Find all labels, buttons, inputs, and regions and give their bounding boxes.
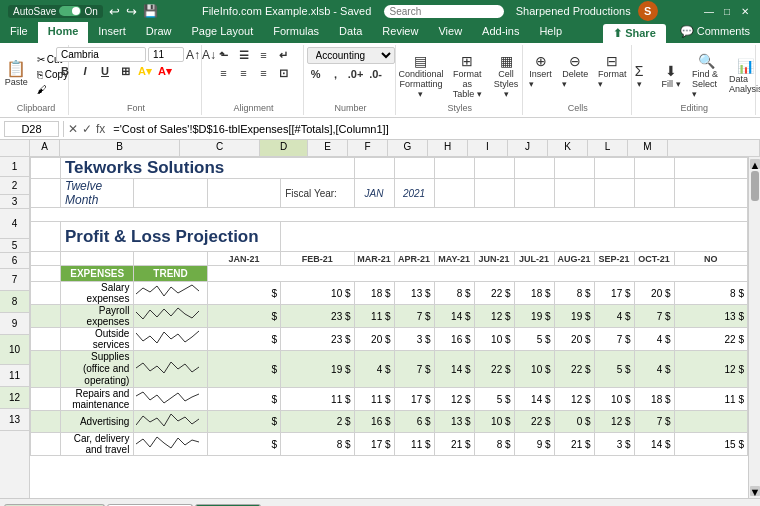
cell-i11-val[interactable]: 5 $ bbox=[474, 388, 514, 411]
cell-b9-label[interactable]: Outside services bbox=[61, 328, 134, 351]
autosave-badge[interactable]: AutoSave On bbox=[8, 5, 103, 18]
wrap-text-button[interactable]: ↵ bbox=[275, 47, 293, 63]
minimize-button[interactable]: — bbox=[702, 4, 716, 18]
increase-decimal-button[interactable]: .0+ bbox=[347, 66, 365, 82]
cell-c10-spark[interactable] bbox=[134, 351, 207, 388]
close-button[interactable]: ✕ bbox=[738, 4, 752, 18]
cell-f9-val[interactable]: 20 $ bbox=[354, 328, 394, 351]
cell-j12-val[interactable]: 22 $ bbox=[514, 411, 554, 433]
cell-c2[interactable] bbox=[134, 179, 207, 208]
cell-j2[interactable] bbox=[514, 179, 554, 208]
cell-m8-val[interactable]: 7 $ bbox=[634, 305, 674, 328]
cell-a11[interactable] bbox=[31, 388, 61, 411]
cell-h10-val[interactable]: 14 $ bbox=[434, 351, 474, 388]
formula-input[interactable] bbox=[109, 123, 756, 135]
tab-help[interactable]: Help bbox=[529, 22, 572, 43]
cell-styles-button[interactable]: ▦ CellStyles ▾ bbox=[489, 51, 523, 101]
cell-f13-val[interactable]: 17 $ bbox=[354, 433, 394, 456]
cell-f1[interactable] bbox=[354, 158, 394, 179]
row-header-2[interactable]: 2 bbox=[0, 177, 29, 195]
cell-f7-val[interactable]: 18 $ bbox=[354, 282, 394, 305]
vertical-scrollbar[interactable]: ▲ ▼ bbox=[748, 157, 760, 498]
font-color-button[interactable]: A▾ bbox=[156, 63, 174, 79]
cell-e4[interactable] bbox=[281, 222, 748, 252]
cell-c8-spark[interactable] bbox=[134, 305, 207, 328]
cell-c6-trend[interactable]: TREND bbox=[134, 266, 207, 282]
col-header-i[interactable]: I bbox=[468, 140, 508, 156]
merge-button[interactable]: ⊡ bbox=[275, 65, 293, 81]
cell-d7-dollar[interactable]: $ bbox=[207, 282, 280, 305]
undo-icon[interactable]: ↩ bbox=[109, 4, 120, 19]
align-top-right-button[interactable]: ≡ bbox=[255, 47, 273, 63]
align-center-button[interactable]: ≡ bbox=[235, 65, 253, 81]
cell-m9-val[interactable]: 4 $ bbox=[634, 328, 674, 351]
row-header-12[interactable]: 12 bbox=[0, 387, 29, 409]
format-as-table-button[interactable]: ⊞ Format asTable ▾ bbox=[447, 51, 487, 101]
cell-c12-spark[interactable] bbox=[134, 411, 207, 433]
tab-pagelayout[interactable]: Page Layout bbox=[181, 22, 263, 43]
cell-n1[interactable] bbox=[674, 158, 747, 179]
fill-button[interactable]: ⬇ Fill ▾ bbox=[656, 51, 686, 101]
percent-button[interactable]: % bbox=[307, 66, 325, 82]
italic-button[interactable]: I bbox=[76, 63, 94, 79]
tab-formulas[interactable]: Formulas bbox=[263, 22, 329, 43]
tab-draw[interactable]: Draw bbox=[136, 22, 182, 43]
comma-button[interactable]: , bbox=[327, 66, 345, 82]
cell-l12-val[interactable]: 12 $ bbox=[594, 411, 634, 433]
cell-g1[interactable] bbox=[394, 158, 434, 179]
cell-k7-val[interactable]: 8 $ bbox=[554, 282, 594, 305]
cell-i10-val[interactable]: 22 $ bbox=[474, 351, 514, 388]
cell-b7-label[interactable]: Salary expenses bbox=[61, 282, 134, 305]
cell-a5[interactable] bbox=[31, 252, 61, 266]
cell-l10-val[interactable]: 5 $ bbox=[594, 351, 634, 388]
cell-k1[interactable] bbox=[554, 158, 594, 179]
cell-m2[interactable] bbox=[634, 179, 674, 208]
col-header-g[interactable]: G bbox=[388, 140, 428, 156]
cell-i5-jun[interactable]: JUN-21 bbox=[474, 252, 514, 266]
underline-button[interactable]: U bbox=[96, 63, 114, 79]
align-right-button[interactable]: ≡ bbox=[255, 65, 273, 81]
col-header-m[interactable]: M bbox=[628, 140, 668, 156]
cell-c5[interactable] bbox=[134, 252, 207, 266]
cell-i12-val[interactable]: 10 $ bbox=[474, 411, 514, 433]
share-button[interactable]: ⬆Share bbox=[603, 24, 666, 43]
cell-a10[interactable] bbox=[31, 351, 61, 388]
cell-a13[interactable] bbox=[31, 433, 61, 456]
cell-g9-val[interactable]: 3 $ bbox=[394, 328, 434, 351]
cell-d12-dollar[interactable]: $ bbox=[207, 411, 280, 433]
cell-l13-val[interactable]: 3 $ bbox=[594, 433, 634, 456]
cell-d2[interactable] bbox=[207, 179, 280, 208]
cell-a7[interactable] bbox=[31, 282, 61, 305]
cell-j5-jul[interactable]: JUL-21 bbox=[514, 252, 554, 266]
font-grow-icon[interactable]: A↑ bbox=[186, 48, 200, 62]
align-left-button[interactable]: ≡ bbox=[215, 65, 233, 81]
cell-b6-expenses[interactable]: EXPENSES bbox=[61, 266, 134, 282]
tab-file[interactable]: File bbox=[0, 22, 38, 43]
cell-h12-val[interactable]: 13 $ bbox=[434, 411, 474, 433]
scroll-up-arrow[interactable]: ▲ bbox=[750, 159, 760, 169]
insert-button[interactable]: ⊕ Insert ▾ bbox=[525, 51, 556, 91]
cell-m1[interactable] bbox=[634, 158, 674, 179]
cell-d11-dollar[interactable]: $ bbox=[207, 388, 280, 411]
border-button[interactable]: ⊞ bbox=[116, 63, 134, 79]
col-header-a[interactable]: A bbox=[30, 140, 60, 156]
cell-j7-val[interactable]: 18 $ bbox=[514, 282, 554, 305]
cell-n2[interactable] bbox=[674, 179, 747, 208]
cell-n7-val[interactable]: 8 $ bbox=[674, 282, 747, 305]
cell-e9-val[interactable]: 23 $ bbox=[281, 328, 354, 351]
cell-k10-val[interactable]: 22 $ bbox=[554, 351, 594, 388]
find-select-button[interactable]: 🔍 Find &Select ▾ bbox=[688, 51, 725, 101]
cell-b12-label[interactable]: Advertising bbox=[61, 411, 134, 433]
row-header-10[interactable]: 10 bbox=[0, 335, 29, 365]
scroll-track[interactable] bbox=[750, 169, 760, 486]
cell-a12[interactable] bbox=[31, 411, 61, 433]
cell-m13-val[interactable]: 14 $ bbox=[634, 433, 674, 456]
cell-i2[interactable] bbox=[474, 179, 514, 208]
cell-h11-val[interactable]: 12 $ bbox=[434, 388, 474, 411]
cell-m5-oct[interactable]: OCT-21 bbox=[634, 252, 674, 266]
tab-insert[interactable]: Insert bbox=[88, 22, 136, 43]
cell-a9[interactable] bbox=[31, 328, 61, 351]
cell-l11-val[interactable]: 10 $ bbox=[594, 388, 634, 411]
cell-e2[interactable]: Fiscal Year: bbox=[281, 179, 354, 208]
autosum-button[interactable]: Σ ▾ bbox=[624, 51, 654, 101]
